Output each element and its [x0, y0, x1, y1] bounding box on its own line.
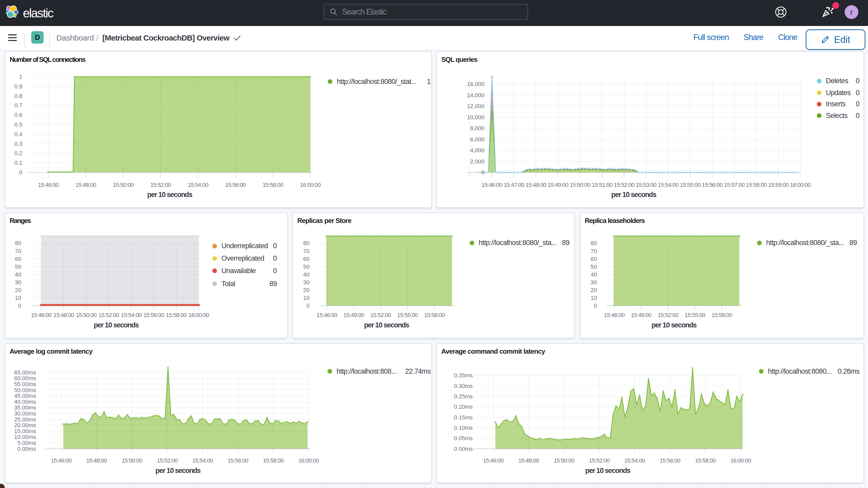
svg-text:15:53:00: 15:53:00: [636, 182, 657, 188]
svg-text:0.7: 0.7: [14, 102, 22, 109]
svg-text:15:56:00: 15:56:00: [702, 182, 723, 188]
svg-text:15:52:00: 15:52:00: [157, 457, 178, 464]
svg-text:30: 30: [591, 279, 597, 285]
svg-text:15:49:00: 15:49:00: [548, 182, 568, 188]
svg-text:15:46:00: 15:46:00: [31, 312, 52, 318]
svg-text:0.1: 0.1: [14, 159, 22, 166]
svg-text:15:52:00: 15:52:00: [370, 312, 391, 318]
svg-text:40: 40: [591, 271, 597, 278]
svg-text:16:00:00: 16:00:00: [188, 312, 209, 318]
svg-text:15:58:00: 15:58:00: [424, 312, 445, 318]
svg-text:15:52:00: 15:52:00: [589, 457, 610, 464]
svg-text:60.00ms: 60.00ms: [14, 375, 36, 382]
svg-text:10: 10: [303, 295, 310, 301]
svg-text:0.10ms: 0.10ms: [454, 425, 473, 431]
svg-text:15:54:00: 15:54:00: [658, 182, 679, 188]
svg-text:0.20ms: 0.20ms: [454, 403, 473, 410]
svg-text:80: 80: [303, 240, 310, 246]
svg-text:8,000: 8,000: [470, 125, 485, 131]
svg-text:15:48:00: 15:48:00: [86, 457, 107, 464]
svg-text:per 10 seconds: per 10 seconds: [147, 191, 192, 199]
svg-text:30: 30: [15, 279, 21, 285]
svg-text:16:00:00: 16:00:00: [298, 457, 319, 464]
svg-text:0.35ms: 0.35ms: [454, 372, 473, 378]
svg-text:50: 50: [591, 264, 597, 270]
svg-text:per 10 seconds: per 10 seconds: [94, 321, 139, 329]
svg-text:60: 60: [303, 256, 310, 262]
svg-text:15:56:00: 15:56:00: [659, 457, 680, 464]
svg-text:0: 0: [594, 302, 597, 309]
svg-text:15:55:00: 15:55:00: [397, 312, 418, 318]
svg-text:70: 70: [15, 248, 21, 254]
svg-text:0.9: 0.9: [14, 83, 22, 90]
svg-text:10.00ms: 10.00ms: [14, 434, 36, 440]
svg-text:55.00ms: 55.00ms: [14, 381, 36, 388]
svg-text:14,000: 14,000: [467, 92, 485, 98]
svg-text:0.30ms: 0.30ms: [454, 383, 473, 389]
svg-text:15:50:00: 15:50:00: [554, 457, 574, 464]
svg-text:6,000: 6,000: [470, 136, 485, 143]
svg-text:0: 0: [19, 169, 22, 176]
svg-text:0.5: 0.5: [14, 121, 22, 128]
svg-text:65.00ms: 65.00ms: [14, 369, 36, 376]
svg-text:16:00:00: 16:00:00: [730, 457, 751, 464]
svg-text:15:56:00: 15:56:00: [228, 457, 248, 464]
svg-text:15:54:00: 15:54:00: [624, 457, 645, 464]
svg-text:20.00ms: 20.00ms: [14, 422, 36, 428]
svg-text:80: 80: [15, 240, 21, 246]
svg-text:15:56:00: 15:56:00: [225, 182, 246, 188]
svg-text:15:52:00: 15:52:00: [614, 182, 634, 188]
svg-text:15:48:00: 15:48:00: [526, 182, 547, 188]
svg-text:80: 80: [591, 240, 597, 246]
svg-text:15:46:00: 15:46:00: [482, 182, 502, 188]
svg-text:15:55:00: 15:55:00: [684, 312, 705, 318]
svg-text:15:48:00: 15:48:00: [75, 182, 96, 188]
svg-text:15:46:00: 15:46:00: [38, 182, 59, 188]
svg-text:15:50:00: 15:50:00: [113, 182, 133, 188]
svg-text:45.00ms: 45.00ms: [14, 393, 36, 399]
svg-text:15:46:00: 15:46:00: [604, 312, 625, 318]
svg-text:20: 20: [591, 287, 597, 293]
svg-text:2,000: 2,000: [470, 158, 485, 165]
svg-text:15:58:00: 15:58:00: [712, 312, 732, 318]
svg-text:10: 10: [591, 295, 597, 301]
svg-text:0.8: 0.8: [14, 93, 22, 99]
svg-text:60: 60: [591, 256, 597, 262]
svg-text:per 10 seconds: per 10 seconds: [155, 467, 200, 475]
svg-text:10: 10: [15, 295, 21, 301]
svg-text:1: 1: [19, 73, 22, 80]
svg-text:15:54:00: 15:54:00: [188, 182, 209, 188]
svg-text:0.3: 0.3: [14, 141, 22, 147]
svg-text:15:55:00: 15:55:00: [680, 182, 701, 188]
svg-text:per 10 seconds: per 10 seconds: [364, 321, 409, 329]
svg-text:15:49:00: 15:49:00: [631, 312, 652, 318]
svg-text:0.2: 0.2: [14, 150, 22, 156]
svg-text:5.00ms: 5.00ms: [18, 440, 36, 446]
svg-text:10,000: 10,000: [467, 114, 485, 121]
svg-text:50: 50: [15, 264, 21, 270]
svg-text:15:52:00: 15:52:00: [150, 182, 171, 188]
svg-text:15:48:00: 15:48:00: [53, 312, 74, 318]
svg-text:15:47:00: 15:47:00: [504, 182, 524, 188]
svg-text:15:58:00: 15:58:00: [746, 182, 767, 188]
svg-text:15:54:00: 15:54:00: [121, 312, 142, 318]
svg-text:40: 40: [303, 271, 310, 278]
svg-text:0.00ms: 0.00ms: [18, 446, 36, 452]
svg-text:15:50:00: 15:50:00: [76, 312, 97, 318]
svg-text:per 10 seconds: per 10 seconds: [585, 467, 630, 475]
svg-text:15:58:00: 15:58:00: [166, 312, 187, 318]
svg-text:0: 0: [481, 169, 485, 176]
svg-text:15:59:00: 15:59:00: [768, 182, 789, 188]
svg-text:15:54:00: 15:54:00: [192, 457, 213, 464]
svg-text:15:58:00: 15:58:00: [695, 457, 716, 464]
svg-text:40.00ms: 40.00ms: [14, 399, 36, 405]
svg-text:15:50:00: 15:50:00: [122, 457, 143, 464]
svg-text:15:56:00: 15:56:00: [144, 312, 164, 318]
svg-text:15.00ms: 15.00ms: [14, 428, 36, 434]
svg-text:15:57:00: 15:57:00: [724, 182, 745, 188]
svg-text:30: 30: [303, 279, 310, 285]
svg-text:70: 70: [303, 248, 310, 254]
svg-text:70: 70: [591, 248, 597, 254]
svg-text:15:52:00: 15:52:00: [658, 312, 679, 318]
svg-text:0.6: 0.6: [14, 112, 22, 118]
